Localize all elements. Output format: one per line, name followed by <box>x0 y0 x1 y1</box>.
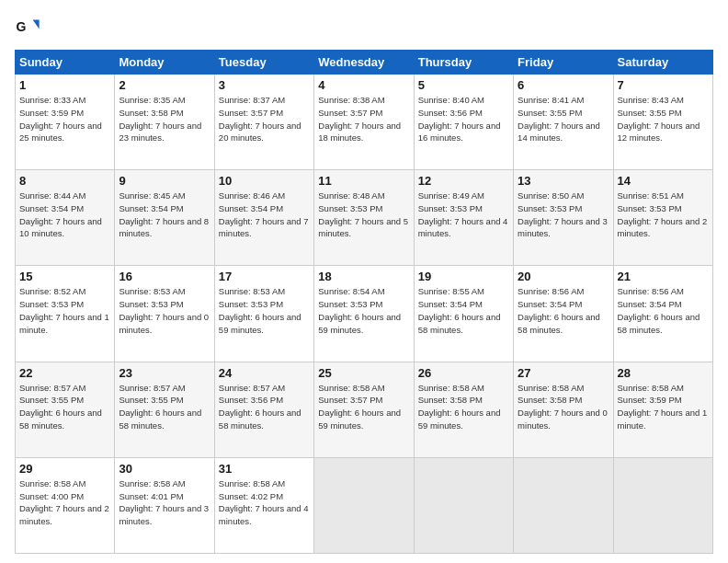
day-number: 27 <box>518 366 609 380</box>
day-info: Sunrise: 8:48 AMSunset: 3:53 PMDaylight:… <box>318 190 409 240</box>
day-info: Sunrise: 8:44 AMSunset: 3:54 PMDaylight:… <box>19 190 110 240</box>
day-number: 5 <box>418 78 509 92</box>
day-info: Sunrise: 8:41 AMSunset: 3:55 PMDaylight:… <box>518 94 609 144</box>
svg-marker-1 <box>33 20 40 29</box>
day-info: Sunrise: 8:58 AMSunset: 4:02 PMDaylight:… <box>219 477 310 528</box>
day-info: Sunrise: 8:58 AMSunset: 4:00 PMDaylight:… <box>19 477 110 528</box>
calendar-cell: 26Sunrise: 8:58 AMSunset: 3:58 PMDayligh… <box>414 362 513 457</box>
day-number: 21 <box>618 270 709 283</box>
calendar-header-row: SundayMondayTuesdayWednesdayThursdayFrid… <box>16 51 713 75</box>
day-info: Sunrise: 8:53 AMSunset: 3:53 PMDaylight:… <box>219 285 310 336</box>
calendar-page: G SundayMondayTuesdayWednesdayThursdayFr… <box>0 0 728 563</box>
day-info: Sunrise: 8:58 AMSunset: 3:59 PMDaylight:… <box>618 382 709 432</box>
day-number: 14 <box>618 174 709 188</box>
day-info: Sunrise: 8:49 AMSunset: 3:53 PMDaylight:… <box>418 190 509 240</box>
day-number: 16 <box>119 270 210 283</box>
calendar-cell: 29Sunrise: 8:58 AMSunset: 4:00 PMDayligh… <box>16 457 115 553</box>
calendar-header-friday: Friday <box>514 51 613 75</box>
day-number: 12 <box>418 174 509 188</box>
day-number: 28 <box>618 366 709 380</box>
calendar-header-monday: Monday <box>115 51 214 75</box>
calendar-week-row: 29Sunrise: 8:58 AMSunset: 4:00 PMDayligh… <box>16 457 713 553</box>
day-info: Sunrise: 8:50 AMSunset: 3:53 PMDaylight:… <box>518 190 609 240</box>
day-number: 15 <box>19 270 110 283</box>
calendar-week-row: 8Sunrise: 8:44 AMSunset: 3:54 PMDaylight… <box>16 170 713 266</box>
day-number: 26 <box>418 366 509 380</box>
calendar-cell: 16Sunrise: 8:53 AMSunset: 3:53 PMDayligh… <box>115 266 214 362</box>
calendar-cell: 22Sunrise: 8:57 AMSunset: 3:55 PMDayligh… <box>16 362 115 457</box>
day-number: 10 <box>219 174 310 188</box>
calendar-cell: 8Sunrise: 8:44 AMSunset: 3:54 PMDaylight… <box>16 170 115 266</box>
day-info: Sunrise: 8:51 AMSunset: 3:53 PMDaylight:… <box>618 190 709 240</box>
day-number: 31 <box>219 462 310 476</box>
day-info: Sunrise: 8:58 AMSunset: 4:01 PMDaylight:… <box>119 477 210 528</box>
calendar-header-saturday: Saturday <box>613 51 712 75</box>
day-number: 30 <box>119 462 210 476</box>
calendar-table: SundayMondayTuesdayWednesdayThursdayFrid… <box>15 50 713 554</box>
day-info: Sunrise: 8:37 AMSunset: 3:57 PMDaylight:… <box>219 94 310 144</box>
calendar-cell: 14Sunrise: 8:51 AMSunset: 3:53 PMDayligh… <box>613 170 712 266</box>
calendar-cell: 6Sunrise: 8:41 AMSunset: 3:55 PMDaylight… <box>514 75 613 170</box>
day-number: 18 <box>318 270 409 283</box>
day-number: 22 <box>19 366 110 380</box>
day-number: 8 <box>19 174 110 188</box>
calendar-cell: 27Sunrise: 8:58 AMSunset: 3:58 PMDayligh… <box>514 362 613 457</box>
day-number: 20 <box>518 270 609 283</box>
calendar-cell: 23Sunrise: 8:57 AMSunset: 3:55 PMDayligh… <box>115 362 214 457</box>
calendar-cell: 30Sunrise: 8:58 AMSunset: 4:01 PMDayligh… <box>115 457 214 553</box>
calendar-cell: 12Sunrise: 8:49 AMSunset: 3:53 PMDayligh… <box>414 170 513 266</box>
calendar-week-row: 15Sunrise: 8:52 AMSunset: 3:53 PMDayligh… <box>16 266 713 362</box>
day-info: Sunrise: 8:43 AMSunset: 3:55 PMDaylight:… <box>618 94 709 144</box>
calendar-cell: 28Sunrise: 8:58 AMSunset: 3:59 PMDayligh… <box>613 362 712 457</box>
day-info: Sunrise: 8:56 AMSunset: 3:54 PMDaylight:… <box>518 285 609 336</box>
calendar-cell: 15Sunrise: 8:52 AMSunset: 3:53 PMDayligh… <box>16 266 115 362</box>
day-info: Sunrise: 8:57 AMSunset: 3:55 PMDaylight:… <box>19 382 110 432</box>
day-info: Sunrise: 8:35 AMSunset: 3:58 PMDaylight:… <box>119 94 210 144</box>
day-number: 13 <box>518 174 609 188</box>
calendar-cell: 5Sunrise: 8:40 AMSunset: 3:56 PMDaylight… <box>414 75 513 170</box>
calendar-cell: 13Sunrise: 8:50 AMSunset: 3:53 PMDayligh… <box>514 170 613 266</box>
day-info: Sunrise: 8:58 AMSunset: 3:57 PMDaylight:… <box>318 382 409 432</box>
calendar-cell: 21Sunrise: 8:56 AMSunset: 3:54 PMDayligh… <box>613 266 712 362</box>
calendar-cell <box>314 457 414 553</box>
calendar-cell <box>613 457 712 553</box>
day-info: Sunrise: 8:57 AMSunset: 3:55 PMDaylight:… <box>119 382 210 432</box>
calendar-cell: 24Sunrise: 8:57 AMSunset: 3:56 PMDayligh… <box>214 362 313 457</box>
calendar-cell: 25Sunrise: 8:58 AMSunset: 3:57 PMDayligh… <box>314 362 414 457</box>
day-info: Sunrise: 8:55 AMSunset: 3:54 PMDaylight:… <box>418 285 509 336</box>
svg-text:G: G <box>16 19 26 34</box>
day-info: Sunrise: 8:38 AMSunset: 3:57 PMDaylight:… <box>318 94 409 144</box>
day-number: 17 <box>219 270 310 283</box>
day-info: Sunrise: 8:40 AMSunset: 3:56 PMDaylight:… <box>418 94 509 144</box>
calendar-header-thursday: Thursday <box>414 51 513 75</box>
calendar-week-row: 22Sunrise: 8:57 AMSunset: 3:55 PMDayligh… <box>16 362 713 457</box>
day-number: 23 <box>119 366 210 380</box>
day-number: 24 <box>219 366 310 380</box>
calendar-cell: 2Sunrise: 8:35 AMSunset: 3:58 PMDaylight… <box>115 75 214 170</box>
calendar-cell <box>514 457 613 553</box>
calendar-cell: 1Sunrise: 8:33 AMSunset: 3:59 PMDaylight… <box>16 75 115 170</box>
calendar-header-tuesday: Tuesday <box>214 51 313 75</box>
logo: G <box>15 15 44 40</box>
calendar-cell: 17Sunrise: 8:53 AMSunset: 3:53 PMDayligh… <box>214 266 313 362</box>
day-info: Sunrise: 8:58 AMSunset: 3:58 PMDaylight:… <box>418 382 509 432</box>
day-number: 7 <box>618 78 709 92</box>
day-number: 4 <box>318 78 409 92</box>
day-number: 29 <box>19 462 110 476</box>
day-info: Sunrise: 8:56 AMSunset: 3:54 PMDaylight:… <box>618 285 709 336</box>
logo-icon: G <box>15 15 40 40</box>
day-number: 1 <box>19 78 110 92</box>
calendar-header-sunday: Sunday <box>16 51 115 75</box>
day-info: Sunrise: 8:33 AMSunset: 3:59 PMDaylight:… <box>19 94 110 144</box>
calendar-cell: 19Sunrise: 8:55 AMSunset: 3:54 PMDayligh… <box>414 266 513 362</box>
calendar-header-wednesday: Wednesday <box>314 51 414 75</box>
day-info: Sunrise: 8:45 AMSunset: 3:54 PMDaylight:… <box>119 190 210 240</box>
calendar-cell: 31Sunrise: 8:58 AMSunset: 4:02 PMDayligh… <box>214 457 313 553</box>
day-info: Sunrise: 8:53 AMSunset: 3:53 PMDaylight:… <box>119 285 210 336</box>
day-number: 6 <box>518 78 609 92</box>
calendar-cell: 11Sunrise: 8:48 AMSunset: 3:53 PMDayligh… <box>314 170 414 266</box>
day-number: 19 <box>418 270 509 283</box>
day-number: 25 <box>318 366 409 380</box>
day-number: 9 <box>119 174 210 188</box>
header: G <box>15 15 713 40</box>
